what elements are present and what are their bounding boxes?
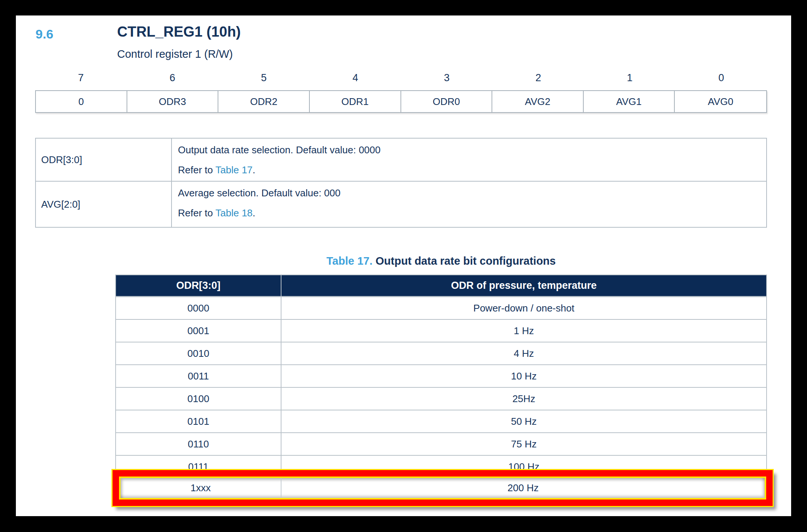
table17-caption-label: Table 17. [326,255,373,267]
table-row: ODR[3:0] Output data rate selection. Def… [36,139,766,181]
odr-bits-cell: 0011 [116,365,281,387]
header-cell-odr: ODR[3:0] [116,275,281,296]
odr-rate-cell: 25Hz [281,388,766,410]
bit-cell: AVG2 [492,91,584,112]
table17-caption-title: Output data rate bit configurations [373,255,556,267]
section-number: 9.6 [36,27,53,42]
bit-cell: AVG1 [584,91,675,112]
odr-rate-cell: 4 Hz [281,342,766,364]
register-bit-table: 0 ODR3 ODR2 ODR1 ODR0 AVG2 AVG1 AVG0 [35,90,767,113]
page-subtitle: Control register 1 (R/W) [117,48,233,60]
bit-number-row: 7 6 5 4 3 2 1 0 [35,72,767,84]
refer-prefix: Refer to [178,164,215,176]
highlighted-row: 1xxx 200 Hz [119,476,766,500]
odr-table-header: ODR[3:0] ODR of pressure, temperature [116,275,766,296]
bit-number: 6 [127,72,218,84]
field-description-cell: Average selection. Default value: 000 Re… [172,182,766,227]
highlighted-odr-rate-cell: 200 Hz [281,478,765,498]
bit-cell: ODR2 [218,91,310,112]
table-row: 0001 1 Hz [116,319,766,342]
field-name-cell: ODR[3:0] [36,139,172,181]
field-description-text: Output data rate selection. Default valu… [178,144,766,156]
odr-rate-cell: 10 Hz [281,365,766,387]
odr-bits-cell: 0010 [116,342,281,364]
page-title: CTRL_REG1 (10h) [117,24,241,40]
header-cell-rate: ODR of pressure, temperature [281,275,766,296]
document-page: 9.6 CTRL_REG1 (10h) Control register 1 (… [16,15,791,516]
odr-bits-cell: 0000 [116,297,281,319]
table-row: 0110 75 Hz [116,432,766,455]
field-name-cell: AVG[2:0] [36,182,172,227]
field-description-text: Average selection. Default value: 000 [178,187,766,199]
bit-number: 7 [35,72,127,84]
table-row: 0101 50 Hz [116,410,766,432]
bit-number: 4 [309,72,401,84]
bit-number: 1 [584,72,676,84]
bit-number: 0 [676,72,767,84]
odr-rate-cell: Power-down / one-shot [281,297,766,319]
bit-cell: ODR1 [310,91,401,112]
table-row: 0100 25Hz [116,387,766,410]
bit-cell: ODR3 [127,91,219,112]
bit-number: 5 [218,72,309,84]
bit-number: 2 [493,72,584,84]
odr-bits-cell: 0001 [116,320,281,342]
table17-caption: Table 17. Output data rate bit configura… [115,255,767,267]
odr-rate-cell: 75 Hz [281,433,766,455]
table-row: 0010 4 Hz [116,342,766,364]
table-row: 0011 10 Hz [116,364,766,387]
highlight-annotation: 1xxx 200 Hz [113,470,773,506]
table17-link[interactable]: Table 17 [215,164,252,176]
refer-suffix: . [253,207,255,219]
bit-cell: AVG0 [675,91,766,112]
odr-rate-cell: 1 Hz [281,320,766,342]
field-refer-text: Refer to Table 18. [178,207,766,219]
odr-bits-cell: 0101 [116,410,281,432]
field-description-table: ODR[3:0] Output data rate selection. Def… [35,138,767,228]
odr-bits-cell: 0110 [116,433,281,455]
field-refer-text: Refer to Table 17. [178,164,766,176]
table-row: AVG[2:0] Average selection. Default valu… [36,181,766,227]
refer-suffix: . [253,164,255,176]
odr-table: ODR[3:0] ODR of pressure, temperature 00… [115,274,767,478]
highlighted-odr-bits-cell: 1xxx [121,478,281,498]
odr-bits-cell: 0100 [116,388,281,410]
bit-cell: 0 [36,91,127,112]
field-description-cell: Output data rate selection. Default valu… [172,139,766,181]
bit-cell: ODR0 [401,91,493,112]
odr-rate-cell: 50 Hz [281,410,766,432]
bit-number: 3 [401,72,493,84]
refer-prefix: Refer to [178,207,215,219]
table18-link[interactable]: Table 18 [215,207,252,219]
table-row: 0000 Power-down / one-shot [116,296,766,319]
